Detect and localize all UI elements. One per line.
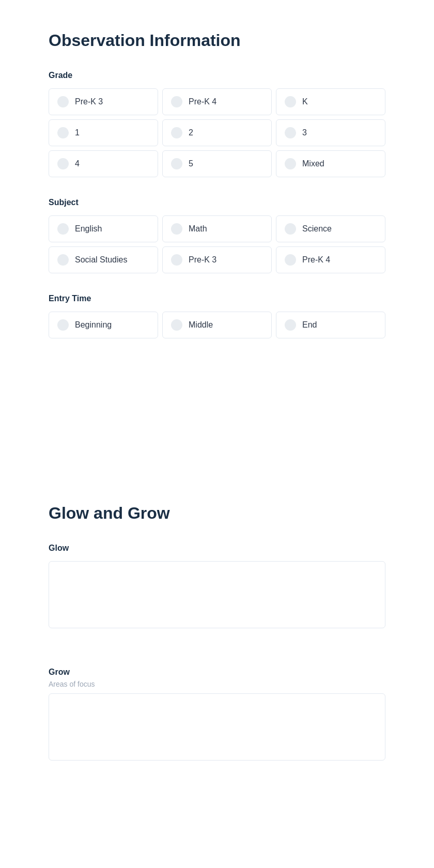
grade-radio-mixed-circle <box>285 158 296 169</box>
entry-time-label: Entry Time <box>49 294 385 303</box>
grade-option-prek4[interactable]: Pre-K 4 <box>162 88 272 115</box>
grow-label: Grow <box>49 668 385 677</box>
entry-time-radio-beginning-circle <box>57 319 69 331</box>
grade-radio-5-label: 5 <box>189 159 193 168</box>
observation-section-title: Observation Information <box>49 31 385 50</box>
grade-field-group: Grade Pre-K 3 Pre-K 4 K 1 2 <box>49 71 385 177</box>
subject-radio-group: English Math Science Social Studies Pre-… <box>49 215 385 273</box>
entry-time-option-beginning[interactable]: Beginning <box>49 312 158 338</box>
subject-field-group: Subject English Math Science Social Stud… <box>49 198 385 273</box>
subject-option-prek4[interactable]: Pre-K 4 <box>276 246 385 273</box>
grow-field-group: Grow Areas of focus <box>49 668 385 783</box>
subject-radio-prek4-label: Pre-K 4 <box>302 255 330 265</box>
subject-option-science[interactable]: Science <box>276 215 385 242</box>
subject-radio-english-circle <box>57 223 69 235</box>
subject-radio-math-circle <box>171 223 182 235</box>
glow-textarea[interactable] <box>49 561 385 628</box>
grade-radio-prek3-circle <box>57 96 69 107</box>
subject-option-math[interactable]: Math <box>162 215 272 242</box>
grade-radio-3-circle <box>285 127 296 138</box>
grade-option-1[interactable]: 1 <box>49 119 158 146</box>
glow-label: Glow <box>49 544 385 553</box>
grade-option-k[interactable]: K <box>276 88 385 115</box>
subject-radio-social-studies-label: Social Studies <box>75 255 127 265</box>
grade-radio-3-label: 3 <box>302 128 307 137</box>
grade-radio-prek3-label: Pre-K 3 <box>75 97 103 106</box>
entry-time-radio-beginning-label: Beginning <box>75 320 112 330</box>
subject-option-prek3[interactable]: Pre-K 3 <box>162 246 272 273</box>
glow-field-group: Glow <box>49 544 385 651</box>
entry-time-radio-group: Beginning Middle End <box>49 312 385 338</box>
grade-radio-1-circle <box>57 127 69 138</box>
grade-option-2[interactable]: 2 <box>162 119 272 146</box>
grade-radio-2-circle <box>171 127 182 138</box>
glow-grow-section-title: Glow and Grow <box>49 504 385 523</box>
grade-radio-k-circle <box>285 96 296 107</box>
grade-radio-k-label: K <box>302 97 308 106</box>
grow-sublabel: Areas of focus <box>49 680 385 688</box>
entry-time-radio-end-label: End <box>302 320 317 330</box>
subject-radio-social-studies-circle <box>57 254 69 266</box>
subject-option-english[interactable]: English <box>49 215 158 242</box>
grade-radio-mixed-label: Mixed <box>302 159 324 168</box>
grade-label: Grade <box>49 71 385 80</box>
grow-textarea[interactable] <box>49 693 385 761</box>
entry-time-option-end[interactable]: End <box>276 312 385 338</box>
entry-time-radio-middle-circle <box>171 319 182 331</box>
subject-radio-prek3-circle <box>171 254 182 266</box>
subject-radio-science-label: Science <box>302 224 332 234</box>
subject-radio-prek3-label: Pre-K 3 <box>189 255 216 265</box>
grade-option-4[interactable]: 4 <box>49 150 158 177</box>
grade-radio-prek4-circle <box>171 96 182 107</box>
grade-option-prek3[interactable]: Pre-K 3 <box>49 88 158 115</box>
subject-radio-science-circle <box>285 223 296 235</box>
grade-radio-1-label: 1 <box>75 128 80 137</box>
entry-time-option-middle[interactable]: Middle <box>162 312 272 338</box>
grade-option-5[interactable]: 5 <box>162 150 272 177</box>
entry-time-field-group: Entry Time Beginning Middle End <box>49 294 385 338</box>
grade-radio-5-circle <box>171 158 182 169</box>
grade-radio-prek4-label: Pre-K 4 <box>189 97 216 106</box>
grade-radio-4-circle <box>57 158 69 169</box>
grade-option-3[interactable]: 3 <box>276 119 385 146</box>
entry-time-radio-middle-label: Middle <box>189 320 213 330</box>
subject-radio-math-label: Math <box>189 224 207 234</box>
subject-radio-prek4-circle <box>285 254 296 266</box>
subject-option-social-studies[interactable]: Social Studies <box>49 246 158 273</box>
subject-label: Subject <box>49 198 385 207</box>
subject-radio-english-label: English <box>75 224 102 234</box>
grade-radio-4-label: 4 <box>75 159 80 168</box>
entry-time-radio-end-circle <box>285 319 296 331</box>
grade-radio-2-label: 2 <box>189 128 193 137</box>
section-spacer <box>49 359 385 504</box>
grade-radio-group: Pre-K 3 Pre-K 4 K 1 2 3 <box>49 88 385 177</box>
grade-option-mixed[interactable]: Mixed <box>276 150 385 177</box>
